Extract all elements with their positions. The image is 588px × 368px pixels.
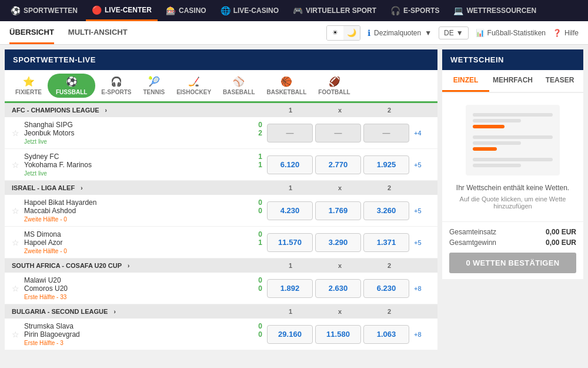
league-bulgaria: BULGARIA - SECOND LEAGUE › 1 x 2 ☆ Strum… <box>5 304 437 350</box>
tab-ubersicht[interactable]: ÜBERSICHT <box>9 21 54 44</box>
more-odds-button[interactable]: +4 <box>414 130 430 137</box>
tab-baseball[interactable]: ⚾ BASEBALL <box>217 74 260 98</box>
odds-format-group[interactable]: ℹ Dezimalquoten ▼ <box>368 28 432 38</box>
nav-casino[interactable]: 🎰 CASINO <box>160 0 212 21</box>
virtual-icon: 🎮 <box>293 6 303 15</box>
slip-line <box>473 158 553 161</box>
tab-tennis[interactable]: 🎾 TENNIS <box>137 74 171 98</box>
league-header-israel[interactable]: ISRAEL - LIGA ALEF › 1 x 2 <box>5 181 437 195</box>
sport-tabs: ⭐ FIXIERTE ⚽ FUSSBALL 🎧 E-SPORTS 🎾 TENNI… <box>5 70 437 103</box>
tab-eishockey[interactable]: 🏒 EISHOCKEY <box>171 74 217 98</box>
empty-slip-container: Ihr Wettschein enthält keine Wetten. Auf… <box>449 100 576 214</box>
slip-line <box>473 141 521 145</box>
odd-2-button[interactable]: 1.925 <box>363 155 409 174</box>
favorite-star[interactable]: ☆ <box>12 330 19 339</box>
odd-2-button[interactable]: — <box>363 124 409 142</box>
odd-x-button[interactable]: 2.770 <box>315 155 361 174</box>
secondary-navigation: ÜBERSICHT MULTI-ANSICHT ☀ 🌙 ℹ Dezimalquo… <box>0 21 588 45</box>
match-row: ☆ Strumska Slava 0 Pirin Blagoevgrad 0 E… <box>5 319 437 350</box>
tab-football[interactable]: 🏈 FOOTBALL <box>312 74 356 98</box>
language-selector[interactable]: DE ▼ <box>439 26 469 39</box>
odd-1-button[interactable]: 1.892 <box>267 279 313 298</box>
odd-1-button[interactable]: 11.570 <box>267 233 313 252</box>
toggle-dark[interactable]: 🌙 <box>343 26 360 40</box>
odd-x-button[interactable]: 1.769 <box>315 201 361 220</box>
top-navigation: ⚽ SPORTWETTEN 🔴 LIVE-CENTER 🎰 CASINO 🌐 L… <box>0 0 588 21</box>
odd-2-button[interactable]: 3.260 <box>363 201 409 220</box>
nav-wettressourcen[interactable]: 💻 WETTRESSOURCEN <box>447 0 542 21</box>
favorite-star[interactable]: ☆ <box>12 206 19 216</box>
baseball-icon: ⚾ <box>233 76 245 87</box>
left-panel: SPORTWETTEN-LIVE ⭐ FIXIERTE ⚽ FUSSBALL 🎧… <box>5 49 437 350</box>
league-header-afc[interactable]: AFC - CHAMPIONS LEAGUE › 1 x 2 <box>5 103 437 117</box>
more-odds-button[interactable]: +5 <box>414 239 430 246</box>
tennis-icon: 🎾 <box>148 76 160 87</box>
league-header-bulgaria[interactable]: BULGARIA - SECOND LEAGUE › 1 x 2 <box>5 304 437 319</box>
favorite-star[interactable]: ☆ <box>12 128 19 138</box>
chevron-down-icon: ▼ <box>456 29 463 37</box>
slip-line <box>473 164 521 167</box>
match-row: ☆ Malawi U20 0 Comoros U20 0 Erste Hälft… <box>5 273 437 304</box>
help-icon: ❓ <box>553 29 562 37</box>
more-odds-button[interactable]: +8 <box>414 285 430 292</box>
live-casino-icon: 🌐 <box>220 6 230 15</box>
nav-live-center[interactable]: 🔴 LIVE-CENTER <box>86 0 158 21</box>
help-link[interactable]: ❓ Hilfe <box>553 29 579 37</box>
tab-basketball[interactable]: 🏀 BASKETBALL <box>261 74 313 98</box>
nav-virtual-sport[interactable]: 🎮 VIRTUELLER SPORT <box>287 0 382 21</box>
match-row: ☆ MS Dimona 0 Hapoel Azor 1 Zweite Hälft… <box>5 227 437 258</box>
league-south-africa: SOUTH AFRICA - COSAFA U20 CUP › 1 x 2 ☆ … <box>5 258 437 304</box>
tab-fussball[interactable]: ⚽ FUSSBALL <box>48 74 95 98</box>
slip-line <box>473 135 553 139</box>
wettschein-tabs: EINZEL MEHRFACH TEASER <box>442 70 583 93</box>
esports-icon: 🎧 <box>390 6 400 15</box>
tab-einzel[interactable]: EINZEL <box>442 70 489 92</box>
nav-right-controls: ☀ 🌙 ℹ Dezimalquoten ▼ DE ▼ 📊 Fußball-Sta… <box>326 25 579 41</box>
empty-slip-subtext: Auf die Quote klicken, um eine Wette hin… <box>449 195 576 210</box>
tab-teaser[interactable]: TEASER <box>536 70 583 92</box>
tab-esports[interactable]: 🎧 E-SPORTS <box>95 74 137 98</box>
tab-mehrfach[interactable]: MEHRFACH <box>489 70 536 92</box>
tab-multi-ansicht[interactable]: MULTI-ANSICHT <box>68 21 128 44</box>
main-layout: SPORTWETTEN-LIVE ⭐ FIXIERTE ⚽ FUSSBALL 🎧… <box>0 45 588 355</box>
league-israel-liga: ISRAEL - LIGA ALEF › 1 x 2 ☆ Hapoel Bika… <box>5 181 437 258</box>
more-odds-button[interactable]: +5 <box>414 161 430 168</box>
confirm-bets-button[interactable]: 0 WETTEN BESTÄTIGEN <box>449 253 576 273</box>
odd-1-button[interactable]: 4.230 <box>267 201 313 220</box>
odd-x-button[interactable]: 11.580 <box>315 325 361 344</box>
nav-esports[interactable]: 🎧 E-SPORTS <box>385 0 445 21</box>
wettschein-footer: Gesamteinsatz 0,00 EUR Gesamtgewinn 0,00… <box>442 221 583 279</box>
odd-2-button[interactable]: 1.371 <box>363 233 409 252</box>
toggle-light[interactable]: ☀ <box>327 26 343 40</box>
favorite-star[interactable]: ☆ <box>12 238 19 247</box>
odd-1-button[interactable]: 29.160 <box>267 325 313 344</box>
live-center-icon: 🔴 <box>92 5 102 15</box>
tab-fixierte[interactable]: ⭐ FIXIERTE <box>9 74 48 98</box>
more-odds-button[interactable]: +8 <box>414 331 430 338</box>
odd-x-button[interactable]: 3.290 <box>315 233 361 252</box>
wettress-icon: 💻 <box>453 6 463 15</box>
slip-line <box>473 119 521 122</box>
right-panel-wettschein: WETTSCHEIN EINZEL MEHRFACH TEASER <box>442 49 583 350</box>
chevron-right-icon: › <box>128 263 129 269</box>
favorite-star[interactable]: ☆ <box>12 284 19 293</box>
odd-2-button[interactable]: 1.063 <box>363 325 409 344</box>
football-stats-link[interactable]: 📊 Fußball-Statistiken <box>476 29 546 37</box>
nav-live-casino[interactable]: 🌐 LIVE-CASINO <box>215 0 285 21</box>
nav-sportwetten[interactable]: ⚽ SPORTWETTEN <box>5 0 83 21</box>
slip-line-accent <box>473 125 505 128</box>
sportwetten-icon: ⚽ <box>11 6 21 15</box>
more-odds-button[interactable]: +5 <box>414 207 430 214</box>
league-header-southafrica[interactable]: SOUTH AFRICA - COSAFA U20 CUP › 1 x 2 <box>5 258 437 273</box>
gesamtgewinn-row: Gesamtgewinn 0,00 EUR <box>449 238 576 247</box>
odd-1-button[interactable]: — <box>267 124 313 142</box>
chevron-down-icon: ▼ <box>425 29 432 37</box>
league-afc-champions: AFC - CHAMPIONS LEAGUE › 1 x 2 ☆ Shangha… <box>5 103 437 180</box>
match-row: ☆ Hapoel Bikat Hayarden 0 Maccabi Ashdod… <box>5 195 437 227</box>
odd-2-button[interactable]: 6.230 <box>363 279 409 298</box>
casino-icon: 🎰 <box>166 6 176 15</box>
favorite-star[interactable]: ☆ <box>12 160 19 170</box>
odd-x-button[interactable]: 2.630 <box>315 279 361 298</box>
odd-1-button[interactable]: 6.120 <box>267 155 313 174</box>
odd-x-button[interactable]: — <box>315 124 361 142</box>
